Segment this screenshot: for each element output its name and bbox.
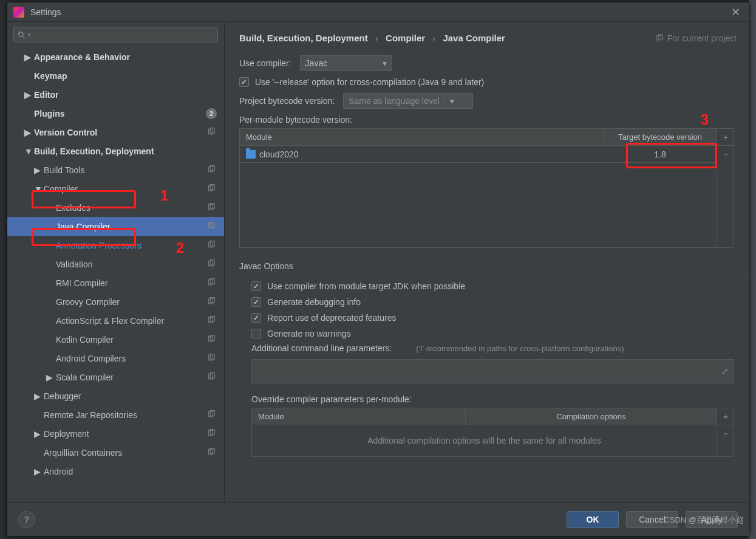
copy-icon — [655, 34, 664, 43]
expand-icon: ▶ — [24, 90, 30, 100]
sidebar-item[interactable]: Android Compilers — [7, 349, 224, 368]
sidebar-item-label: Keymap — [34, 71, 67, 81]
expand-icon: ▼ — [24, 146, 30, 156]
sidebar-item-label: Deployment — [44, 429, 89, 439]
sidebar-item-label: Debugger — [44, 391, 81, 401]
sidebar-item-label: Android Compilers — [56, 354, 126, 363]
sidebar-item-label: Android — [44, 467, 73, 476]
override-add-button[interactable]: ＋ — [717, 408, 734, 425]
sidebar-item[interactable]: ▶Scala Compiler — [7, 368, 224, 386]
override-placeholder: Additional compilation options will be t… — [252, 425, 717, 456]
sidebar-item[interactable]: Validation — [7, 255, 224, 273]
per-project-icon — [207, 410, 216, 420]
sidebar-item[interactable]: ▶Android — [7, 462, 224, 481]
per-project-icon — [207, 202, 216, 213]
svg-point-0 — [19, 32, 23, 36]
per-project-icon — [207, 353, 216, 363]
per-module-label: Per-module bytecode version: — [239, 115, 734, 125]
expand-icon[interactable]: ⤢ — [721, 366, 729, 376]
expand-icon: ▶ — [34, 165, 40, 175]
per-project-icon — [207, 184, 216, 194]
sidebar-item[interactable]: Annotation Processors — [7, 236, 224, 255]
per-module-table: Module Target bytecode version cloud2020… — [239, 128, 717, 248]
folder-icon — [246, 150, 256, 159]
column-options: Compilation options — [466, 408, 717, 425]
expand-icon: ▶ — [34, 467, 40, 476]
sidebar-item-label: Java Compiler — [56, 222, 110, 232]
breadcrumb: Build, Execution, Deployment › Compiler … — [239, 33, 505, 43]
use-module-jdk-checkbox[interactable] — [251, 281, 261, 291]
sidebar-item[interactable]: Arquillian Containers — [7, 443, 224, 462]
sidebar-item-label: Scala Compiler — [56, 372, 114, 382]
per-project-icon — [207, 165, 216, 175]
sidebar-item[interactable]: RMI Compiler — [7, 273, 224, 292]
remove-row-button[interactable]: － — [717, 146, 734, 163]
per-project-icon — [207, 447, 216, 458]
release-option-checkbox[interactable] — [239, 77, 249, 87]
per-project-icon — [207, 127, 216, 137]
sidebar-item-label: Plugins — [34, 109, 65, 118]
badge: 2 — [206, 108, 217, 119]
sidebar-item-label: ActionScript & Flex Compiler — [56, 316, 164, 326]
project-bytecode-select[interactable]: Same as language level ▾ — [343, 93, 473, 109]
expand-icon: ▶ — [34, 391, 40, 401]
sidebar-item[interactable]: Keymap — [7, 66, 224, 85]
per-project-icon — [207, 315, 216, 326]
expand-icon: ▶ — [46, 372, 52, 382]
per-project-icon — [207, 221, 216, 232]
expand-icon: ▶ — [24, 128, 30, 137]
sidebar-item-label: Arquillian Containers — [44, 448, 122, 458]
window-title: Settings — [30, 7, 61, 17]
settings-tree[interactable]: ▶Appearance & BehaviorKeymap▶EditorPlugi… — [7, 47, 224, 502]
per-project-icon — [207, 372, 216, 382]
sidebar-item-label: Annotation Processors — [56, 241, 141, 250]
scope-label: For current project — [655, 33, 737, 43]
sidebar-item-label: Groovy Compiler — [56, 297, 120, 307]
use-compiler-select[interactable]: Javac ▾ — [300, 55, 392, 71]
sidebar-item[interactable]: ▼Compiler — [7, 179, 224, 198]
sidebar-item[interactable]: Plugins2 — [7, 104, 224, 123]
svg-line-1 — [22, 36, 24, 38]
per-project-icon — [207, 297, 216, 307]
per-project-icon — [207, 240, 216, 250]
sidebar-item[interactable]: Excludes — [7, 198, 224, 217]
report-deprecated-checkbox[interactable] — [251, 313, 261, 323]
settings-sidebar: ▾ ▶Appearance & BehaviorKeymap▶EditorPlu… — [7, 22, 225, 502]
add-row-button[interactable]: ＋ — [717, 129, 734, 146]
sidebar-item[interactable]: ▶Appearance & Behavior — [7, 47, 224, 66]
sidebar-item[interactable]: ▶Debugger — [7, 386, 224, 405]
override-remove-button[interactable]: － — [717, 425, 734, 442]
javac-options-title: Javac Options — [239, 261, 734, 271]
sidebar-item[interactable]: ▼Build, Execution, Deployment — [7, 142, 224, 160]
sidebar-item[interactable]: Java Compiler — [7, 217, 224, 236]
column-module: Module — [240, 129, 604, 145]
search-icon — [18, 31, 26, 39]
per-project-icon — [207, 259, 216, 269]
release-option-label: Use '--release' option for cross-compila… — [255, 77, 484, 87]
sidebar-item[interactable]: Remote Jar Repositories — [7, 405, 224, 424]
generate-debug-checkbox[interactable] — [251, 297, 261, 307]
settings-main: Build, Execution, Deployment › Compiler … — [225, 22, 749, 502]
help-button[interactable]: ? — [18, 511, 35, 528]
sidebar-item-label: Excludes — [56, 203, 90, 213]
sidebar-item[interactable]: ActionScript & Flex Compiler — [7, 311, 224, 330]
no-warnings-checkbox[interactable] — [251, 329, 261, 338]
close-icon[interactable]: ✕ — [729, 5, 743, 19]
table-row[interactable]: cloud2020 1.8 — [240, 145, 717, 162]
per-project-icon — [207, 334, 216, 345]
sidebar-item-label: Remote Jar Repositories — [44, 410, 137, 420]
search-input[interactable]: ▾ — [13, 27, 218, 43]
app-logo-icon — [13, 7, 24, 18]
target-bytecode-cell[interactable]: 1.8 — [604, 147, 717, 162]
sidebar-item[interactable]: ▶Version Control — [7, 123, 224, 142]
settings-dialog: Settings ✕ ▾ ▶Appearance & BehaviorKeyma… — [7, 2, 749, 536]
ok-button[interactable]: OK — [567, 511, 619, 528]
sidebar-item[interactable]: Groovy Compiler — [7, 292, 224, 311]
column-target: Target bytecode version — [604, 129, 717, 145]
sidebar-item[interactable]: ▶Build Tools — [7, 160, 224, 179]
sidebar-item[interactable]: Kotlin Compiler — [7, 330, 224, 349]
sidebar-item[interactable]: ▶Editor — [7, 85, 224, 104]
additional-params-input[interactable]: ⤢ — [251, 359, 734, 383]
sidebar-item[interactable]: ▶Deployment — [7, 424, 224, 443]
sidebar-item-label: RMI Compiler — [56, 278, 108, 288]
